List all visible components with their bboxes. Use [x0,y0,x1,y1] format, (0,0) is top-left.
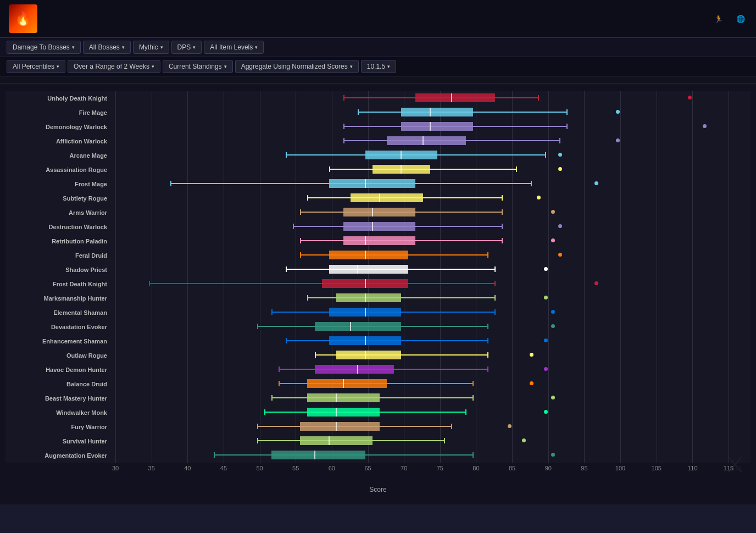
spec-label: Balance Druid [5,381,113,387]
nav-btn2-all-percentiles[interactable]: All Percentiles ▾ [7,60,65,73]
nav-bar-1: Damage To Bosses ▾All Bosses ▾Mythic ▾DP… [0,38,756,57]
outlier-dot [558,253,562,257]
table-row: Survival Hunter [5,434,751,448]
iqr-box [329,251,408,259]
x-tick-label: 40 [184,465,191,471]
progress-link[interactable]: 🌐 [736,15,747,23]
dropdown-arrow: ▾ [122,45,125,50]
iqr-box [401,108,473,116]
spec-chart-area [113,135,729,147]
raid-icon: 🔥 [9,4,37,33]
iqr-box [329,265,408,274]
dropdown-arrow: ▾ [193,45,196,50]
dropdown-arrow: ▾ [57,64,59,69]
whisker-cap-left [286,152,287,158]
outlier-dot [508,424,512,428]
iqr-box [271,451,365,459]
globe-icon: 🌐 [736,15,745,23]
outlier-dot [616,138,620,142]
table-row: Enhancement Shaman [5,334,751,348]
table-row: Beast Mastery Hunter [5,391,751,406]
dropdown-arrow: ▾ [152,64,154,69]
spec-chart-area [113,378,729,390]
nav-btn-all-item-levels[interactable]: All Item Levels ▾ [204,41,264,54]
iqr-box [307,379,386,388]
whisker-cap-right [494,281,496,286]
nav-btn-damage-to-bosses[interactable]: Damage To Bosses ▾ [7,41,81,54]
race-summary-link[interactable]: 🏃 [714,15,725,23]
nav-btn-dps[interactable]: DPS ▾ [171,41,202,54]
whisker-cap-right [494,295,496,301]
median-line [423,136,424,145]
nav-btn2-current-standings[interactable]: Current Standings ▾ [163,60,233,73]
table-row: Marksmanship Hunter [5,291,751,306]
dropdown-arrow: ▾ [387,64,390,69]
outlier-dot [544,367,548,371]
whisker-line [307,297,494,298]
whisker-cap-right [494,309,496,315]
iqr-box [315,322,402,331]
nav-btn2-10.1.5[interactable]: 10.1.5 ▾ [361,60,396,73]
header-left: 🔥 [9,4,44,33]
spec-chart-area [113,407,729,419]
x-tick-label: 100 [615,465,625,471]
iqr-box [307,408,379,417]
table-row: Destruction Warlock [5,220,751,234]
iqr-box [387,136,466,145]
header-right: 🏃 🌐 [714,15,747,23]
nav-btn-mythic[interactable]: Mythic ▾ [133,41,169,54]
table-row: Frost Mage [5,177,751,191]
header: 🔥 🏃 🌐 [0,0,756,38]
spec-chart-area [113,164,729,176]
whisker-cap-left [286,266,287,272]
whisker-cap-left [300,238,301,243]
table-row: Feral Druid [5,248,751,263]
spec-label: Windwalker Monk [5,409,113,416]
outlier-dot [530,353,533,357]
outlier-dot [537,196,541,199]
iqr-box [415,93,494,102]
whisker-cap-right [451,424,452,429]
outlier-dot [544,338,548,342]
x-tick-label: 60 [329,465,335,471]
whisker-cap-right [487,352,488,358]
median-line [365,293,366,302]
whisker-cap-right [502,224,503,229]
table-row: Shadow Priest [5,263,751,277]
nav-btn2-over-a-range-of-2-weeks[interactable]: Over a Range of 2 Weeks ▾ [68,60,160,73]
spec-chart-area [113,149,729,162]
spec-label: Retribution Paladin [5,238,113,245]
whisker-cap-left [149,281,150,286]
iqr-box [343,222,415,231]
whisker-cap-left [358,109,359,115]
x-tick-label: 75 [437,465,443,471]
nav-btn2-aggregate-using-normalized-scores[interactable]: Aggregate Using Normalized Scores ▾ [235,60,359,73]
median-line [365,308,366,317]
x-tick-label: 70 [401,465,407,471]
whisker-cap-right [465,409,466,415]
spec-label: Beast Mastery Hunter [5,395,113,402]
spec-label: Shadow Priest [5,266,113,273]
x-tick-label: 80 [472,465,479,471]
median-line [365,236,366,245]
dropdown-arrow: ▾ [350,64,353,69]
whisker-cap-right [472,395,474,401]
outlier-dot [703,124,707,128]
whisker-cap-left [329,166,330,172]
nav-btn-all-bosses[interactable]: All Bosses ▾ [83,41,131,54]
outlier-dot [616,110,620,114]
spec-chart-area [113,421,729,433]
spec-label: Elemental Shaman [5,309,113,316]
spec-label: Demonology Warlock [5,124,113,130]
whisker-cap-left [315,352,316,358]
outlier-dot [594,281,598,285]
table-row: Fury Warrior [5,420,751,434]
whisker-cap-left [214,452,215,458]
table-row: Subtlety Rogue [5,191,751,206]
x-tick-label: 55 [292,465,299,471]
whisker-cap-right [559,138,560,143]
x-tick-label: 35 [148,465,155,471]
spec-chart-area [113,292,729,304]
whisker-cap-right [487,252,488,258]
whisker-cap-left [271,395,273,401]
